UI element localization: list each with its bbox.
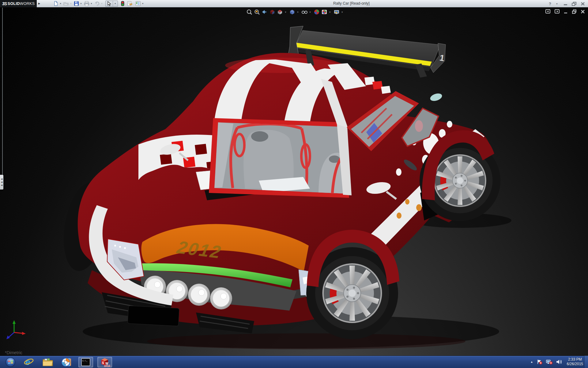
- menu-expand-arrow[interactable]: ▶: [38, 2, 40, 5]
- orientation-triad: [4, 319, 28, 343]
- clock-time: 2:33 PM: [567, 357, 583, 362]
- start-button[interactable]: [4, 357, 17, 367]
- select-dropdown[interactable]: ▼: [114, 2, 116, 5]
- rebuild-button[interactable]: [121, 1, 125, 6]
- svg-text:e: e: [25, 357, 30, 367]
- options-button[interactable]: [135, 1, 141, 6]
- undo-dropdown[interactable]: ▼: [101, 2, 103, 5]
- media-player-icon[interactable]: [59, 357, 74, 367]
- display-style-icon[interactable]: [289, 9, 295, 15]
- sw-icon-s: S: [102, 361, 104, 365]
- clock-date: 6/26/2015: [567, 362, 583, 366]
- command-prompt-button[interactable]: C:\_: [78, 357, 93, 367]
- doc-close-icon[interactable]: [581, 10, 585, 14]
- logo-mark: 3S: [2, 1, 7, 6]
- solidworks-2015-button[interactable]: S W 2015: [97, 357, 112, 367]
- doc-restore-icon[interactable]: [572, 10, 577, 14]
- windshield: [209, 118, 349, 198]
- help-button[interactable]: ?: [549, 2, 551, 6]
- hidden-icons-button[interactable]: ▲: [530, 360, 533, 363]
- undo-button[interactable]: [94, 1, 100, 6]
- solidworks-logo: 3S SOLIDWORKS: [0, 0, 37, 7]
- volume-icon[interactable]: [556, 359, 562, 365]
- rally-car-model[interactable]: 1: [0, 8, 588, 356]
- close-button[interactable]: [581, 2, 585, 6]
- save-dropdown[interactable]: ▼: [80, 2, 82, 5]
- system-tray: ▲ 2:33 PM 6/26/2015: [530, 356, 583, 368]
- previous-view-icon[interactable]: [262, 9, 268, 15]
- show-desktop-button[interactable]: [584, 356, 588, 368]
- view-orientation-icon[interactable]: [277, 9, 283, 15]
- edit-appearance-icon[interactable]: [314, 9, 320, 15]
- title-bar: 3S SOLIDWORKS ▶ ▼ ▼ ▼ ▼ ▼: [0, 0, 588, 7]
- print-dropdown[interactable]: ▼: [90, 2, 92, 5]
- open-dropdown[interactable]: ▼: [70, 2, 72, 5]
- feature-manager-collapsed-tab[interactable]: ◀◀◀: [0, 175, 3, 190]
- options-dropdown[interactable]: ▼: [142, 2, 144, 5]
- apply-scene-icon[interactable]: [321, 9, 327, 15]
- help-dropdown[interactable]: ▼: [556, 3, 558, 5]
- view-settings-icon[interactable]: [334, 9, 340, 15]
- feature-manager-splitter: [2, 8, 3, 175]
- windows-explorer-icon[interactable]: [40, 357, 55, 367]
- print-button[interactable]: [84, 1, 90, 6]
- save-button[interactable]: [74, 1, 79, 6]
- screen: 1: [0, 0, 588, 368]
- expand-pane-right-icon[interactable]: [555, 9, 560, 14]
- open-button[interactable]: [63, 1, 69, 6]
- y-axis-arrow: [13, 320, 16, 324]
- file-properties-button[interactable]: [127, 1, 133, 6]
- window-controls: ? ▼: [549, 0, 585, 7]
- hide-show-items-icon[interactable]: [301, 9, 307, 15]
- heads-up-view-toolbar: ▼ ▼ ▼ ▼ ▼: [246, 9, 344, 15]
- cmd-icon-text: C:\_: [82, 360, 88, 362]
- new-document-button[interactable]: [53, 1, 59, 6]
- minimize-button[interactable]: [564, 2, 568, 6]
- restore-button[interactable]: [572, 2, 577, 6]
- window-title: Rally Car [Read-only]: [333, 1, 370, 6]
- network-status-icon[interactable]: [546, 359, 553, 365]
- action-center-icon[interactable]: [537, 359, 543, 365]
- doc-minimize-icon[interactable]: [564, 10, 568, 14]
- internet-explorer-icon[interactable]: e: [21, 357, 36, 367]
- select-tool-group: ▼: [105, 1, 118, 7]
- document-window-controls: [545, 9, 585, 14]
- x-axis-arrow: [22, 332, 26, 335]
- sw-icon-year: 2015: [104, 364, 110, 367]
- z-axis-arrow: [6, 335, 10, 339]
- graphics-viewport[interactable]: 1: [0, 8, 588, 356]
- zoom-to-fit-icon[interactable]: [246, 9, 252, 15]
- new-document-dropdown[interactable]: ▼: [59, 2, 62, 5]
- clock[interactable]: 2:33 PM 6/26/2015: [567, 357, 583, 366]
- zoom-to-area-icon[interactable]: [254, 9, 260, 15]
- license-plate: [128, 306, 179, 326]
- c-pillar-decal: [429, 92, 443, 102]
- collapse-pane-left-icon[interactable]: [545, 9, 551, 14]
- standard-toolbar: ▼ ▼ ▼ ▼ ▼ ▼: [53, 1, 145, 7]
- taskbar: e C:\_ S W 2015: [0, 356, 588, 368]
- select-button[interactable]: [106, 1, 113, 6]
- section-view-icon[interactable]: [269, 9, 275, 15]
- view-orientation-label: *Dimetric: [5, 350, 22, 355]
